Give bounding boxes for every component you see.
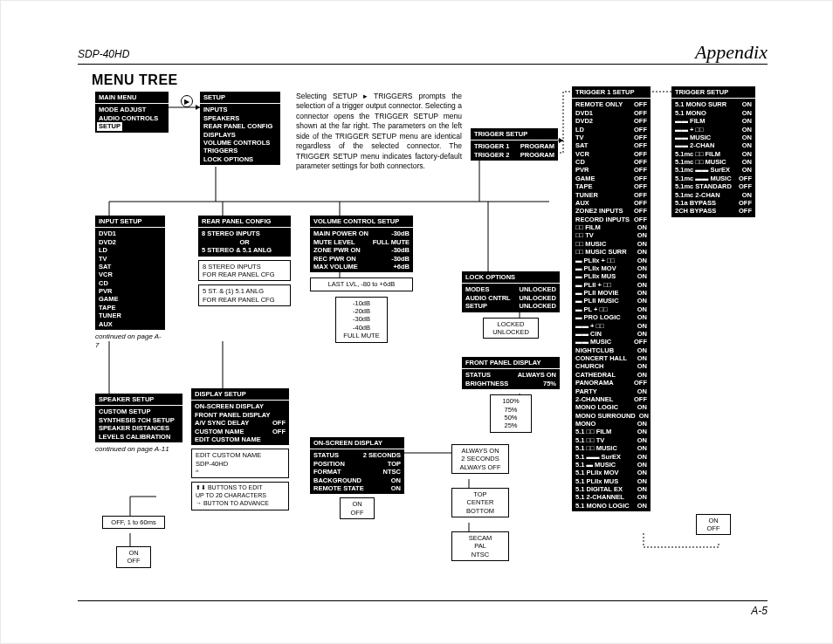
trig-label: DVD1 — [575, 109, 593, 117]
table-row: 2CH BYPASSOFF — [675, 207, 752, 215]
trig-label: 5.1 MONO SURR — [675, 100, 726, 108]
trig-value: OFF — [634, 338, 647, 346]
list-item: OFF — [700, 524, 726, 532]
table-row: PANORAMAOFF — [575, 379, 647, 387]
trig-value: ON — [637, 322, 647, 330]
speaker-setup: SPEAKER SETUP CUSTOM SETUP SYNTHESIS 7CH… — [95, 394, 182, 454]
trig-label: 2-CHANNEL — [575, 395, 613, 403]
trig-value: OFF — [634, 175, 647, 182]
table-row: DVD2OFF — [575, 117, 647, 125]
list-item: MAIN POWER ON — [313, 230, 368, 237]
front-panel-title: FRONT PANEL DISPLAY — [462, 357, 560, 369]
trig-value: OFF — [634, 109, 647, 117]
trig-label: 5.1mc □□ FILM — [675, 150, 720, 158]
rear-panel: REAR PANEL CONFIG 8 STEREO INPUTS OR 5 S… — [198, 216, 291, 306]
table-row: RECORD INPUTSOFF — [575, 216, 647, 223]
osd-status-opts: ALWAYS ON 2 SECONDS ALWAYS OFF — [451, 444, 509, 474]
trig-label: 5.1 DIGITAL EX — [575, 485, 623, 493]
trig-value: ON — [637, 297, 647, 305]
trig-label: ▬ PLIIx + □□ — [575, 257, 615, 264]
list-item: PVR — [99, 287, 162, 295]
table-row: SATOFF — [575, 141, 647, 149]
list-item: -40dB — [340, 324, 383, 332]
osd-onoff: ON OFF — [340, 497, 375, 519]
trig-label: VCR — [575, 150, 589, 158]
trig-label: 5.1mc □□ MUSIC — [675, 158, 726, 166]
display-setup: DISPLAY SETUP ON-SCREEN DISPLAY FRONT PA… — [191, 388, 289, 510]
edit-name-box: EDIT CUSTOM NAME SDP-40HD ^ — [191, 449, 289, 478]
trig-value: ON — [637, 485, 647, 493]
list-item: GAME — [99, 295, 162, 303]
table-row: MONO SURROUNDON — [575, 412, 647, 420]
list-item: ON — [700, 517, 726, 524]
list-item: 75% — [494, 406, 527, 414]
table-row: ▬▬ MUSICON — [675, 134, 752, 141]
rear-panel-title: REAR PANEL CONFIG — [198, 216, 291, 228]
list-item: ON-SCREEN DISPLAY — [195, 402, 264, 410]
table-row: 5.1 □□ TVON — [575, 436, 647, 444]
trig-value: ON — [742, 126, 752, 134]
trig-label: MONO LOGIC — [575, 403, 618, 411]
list-item: SECAM — [456, 534, 505, 542]
trig-value: ON — [742, 100, 752, 108]
input-setup-title: INPUT SETUP — [95, 216, 165, 228]
header-section: Appendix — [695, 41, 768, 64]
list-item: FORMAT — [313, 468, 341, 476]
trig-label: 5.1mc ▬▬ MUSIC — [675, 175, 732, 182]
trig-label: NIGHTCLUB — [575, 346, 614, 354]
setup-item: VOLUME CONTROLS — [203, 139, 277, 147]
list-item: DVD2 — [99, 238, 162, 246]
table-row: □□ MUSICON — [575, 240, 647, 248]
trig-label: 5.1 2-CHANNEL — [575, 493, 624, 501]
list-item: ON — [344, 500, 370, 508]
trigger-default-title: TRIGGER SETUP — [671, 86, 755, 99]
rear-panel-sub1: 8 STEREO INPUTS FOR REAR PANEL CFG — [198, 260, 291, 282]
trig-value: OFF — [634, 100, 647, 108]
trig-value: OFF — [634, 379, 647, 387]
table-row: PVROFF — [575, 166, 647, 174]
trig-value: ON — [742, 134, 752, 141]
table-row: □□ TVON — [575, 231, 647, 239]
table-row: 5.1mc ▬▬ SurEXON — [675, 166, 752, 174]
trig-value: ON — [637, 387, 647, 395]
list-item: AUX — [99, 320, 162, 328]
rear-panel-sub2: 5 ST. & (1) 5.1 ANLG FOR REAR PANEL CFG — [198, 284, 291, 306]
volume-mute-opts: -10dB -20dB -30dB -40dB FULL MUTE — [335, 297, 388, 343]
trig-value: ON — [637, 469, 647, 476]
trig-label: PANORAMA — [575, 379, 614, 387]
table-row: CATHEDRALON — [575, 371, 647, 379]
list-item: 100% — [494, 397, 527, 405]
trig-label: DVD2 — [575, 117, 593, 125]
trig-label: CATHEDRAL — [575, 371, 616, 379]
trig-label: 5.1 □□ FILM — [575, 428, 611, 435]
trig-label: PVR — [575, 166, 589, 174]
list-item: REMOTE STATE — [313, 484, 364, 492]
trig-label: 5.1 □□ MUSIC — [575, 444, 617, 452]
arrow-icon: ▶ — [181, 95, 193, 107]
table-row: 5.1 MONO LOGICON — [575, 502, 647, 510]
trig-value: OFF — [634, 158, 647, 166]
list-item: BOTTOM — [456, 507, 505, 515]
list-item: LD — [99, 246, 162, 254]
list-item: STATUS — [465, 371, 491, 379]
table-row: 5.1 ▬▬ SurEXON — [575, 453, 647, 461]
list-item: MUTE LEVEL — [313, 238, 355, 246]
trig-label: ▬▬ + □□ — [675, 126, 704, 134]
trig-label: ▬ PLIIx MOV — [575, 264, 616, 272]
trig-label: ▬ PRO LOGIC — [575, 313, 621, 321]
list-item: BACKGROUND — [313, 476, 361, 484]
trig-value: OFF — [739, 207, 752, 215]
table-row: DVD1OFF — [575, 109, 647, 117]
trig-value: ON — [637, 493, 647, 501]
trig-label: □□ FILM — [575, 223, 601, 231]
main-menu-highlight: SETUP — [97, 122, 122, 130]
setup-item: LOCK OPTIONS — [203, 155, 277, 163]
table-row: □□ FILMON — [575, 223, 647, 231]
trig-label: TAPE — [575, 182, 592, 190]
table-row: 5.1 □□ FILMON — [575, 428, 647, 435]
trig-label: ▬▬ MUSIC — [575, 338, 611, 346]
list-item: SPEAKER DISTANCES — [99, 424, 179, 432]
osd-box: ON-SCREEN DISPLAY STATUS2 SECONDS POSITI… — [310, 437, 404, 519]
table-row: 5.1mc STANDARDOFF — [675, 182, 752, 190]
trig-value: ON — [637, 264, 647, 272]
